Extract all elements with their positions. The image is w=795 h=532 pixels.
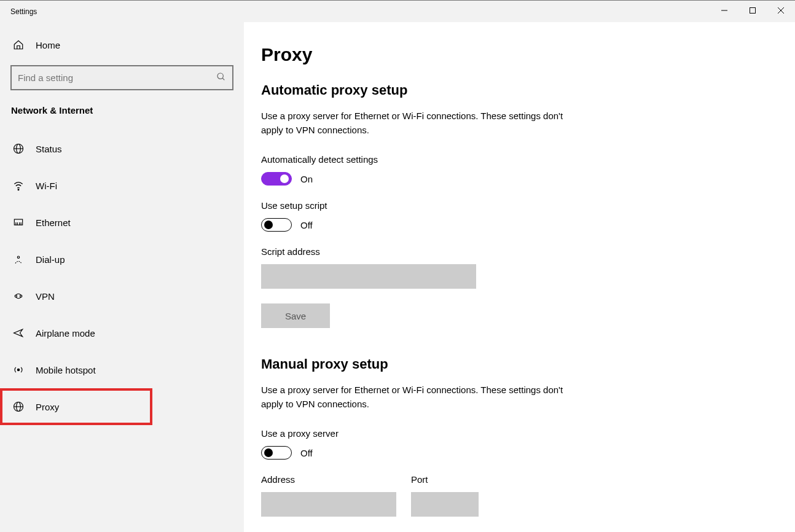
sidebar: Home Network & Internet Status Wi-Fi	[0, 22, 244, 532]
page-title: Proxy	[261, 44, 778, 65]
port-input[interactable]	[411, 492, 479, 517]
vpn-icon	[11, 290, 26, 302]
use-script-state: Off	[300, 220, 313, 230]
home-icon	[11, 39, 26, 50]
use-proxy-toggle[interactable]	[261, 446, 292, 460]
use-script-label: Use setup script	[261, 200, 778, 211]
category-title: Network & Internet	[0, 105, 244, 115]
auto-section-heading: Automatic proxy setup	[261, 82, 778, 98]
globe-icon	[11, 143, 26, 155]
dialup-icon	[11, 253, 26, 265]
auto-detect-state: On	[300, 174, 313, 184]
svg-point-18	[17, 369, 19, 370]
close-button[interactable]	[767, 1, 795, 20]
address-input[interactable]	[261, 492, 396, 517]
sidebar-item-label: VPN	[36, 291, 55, 302]
airplane-icon	[11, 327, 26, 339]
sidebar-item-hotspot[interactable]: Mobile hotspot	[0, 351, 244, 388]
search-box[interactable]	[10, 65, 233, 90]
minimize-button[interactable]	[710, 1, 738, 20]
main-content: Proxy Automatic proxy setup Use a proxy …	[244, 22, 795, 532]
sidebar-item-label: Airplane mode	[36, 328, 95, 338]
sidebar-item-vpn[interactable]: VPN	[0, 278, 244, 315]
use-proxy-state: Off	[300, 448, 313, 458]
home-label: Home	[36, 40, 60, 50]
ethernet-icon	[11, 216, 26, 229]
sidebar-item-label: Proxy	[36, 402, 59, 412]
globe-icon	[11, 401, 26, 413]
sidebar-item-status[interactable]: Status	[0, 130, 244, 167]
svg-point-4	[217, 73, 223, 79]
address-label: Address	[261, 474, 396, 485]
sidebar-item-label: Status	[36, 144, 62, 154]
search-input[interactable]	[18, 72, 216, 83]
sidebar-item-label: Wi-Fi	[36, 181, 57, 191]
titlebar: Settings	[0, 0, 795, 22]
svg-point-15	[17, 256, 19, 258]
sidebar-item-airplane[interactable]: Airplane mode	[0, 315, 244, 351]
window-controls	[710, 1, 795, 20]
sidebar-item-label: Dial-up	[36, 254, 65, 265]
hotspot-icon	[11, 364, 26, 376]
manual-section-desc: Use a proxy server for Ethernet or Wi-Fi…	[261, 383, 587, 411]
save-button[interactable]: Save	[261, 303, 330, 328]
use-proxy-label: Use a proxy server	[261, 428, 778, 439]
svg-line-5	[222, 78, 224, 80]
svg-point-17	[20, 295, 22, 297]
maximize-button[interactable]	[738, 1, 767, 20]
auto-section-desc: Use a proxy server for Ethernet or Wi-Fi…	[261, 109, 587, 137]
sidebar-item-label: Mobile hotspot	[36, 365, 96, 375]
svg-point-9	[18, 189, 19, 190]
script-address-input[interactable]	[261, 264, 476, 289]
home-link[interactable]: Home	[0, 39, 244, 50]
sidebar-item-ethernet[interactable]: Ethernet	[0, 204, 244, 241]
svg-rect-1	[750, 8, 756, 14]
search-icon	[216, 72, 226, 84]
auto-detect-label: Automatically detect settings	[261, 154, 778, 165]
auto-detect-toggle[interactable]	[261, 172, 292, 186]
port-label: Port	[411, 474, 479, 485]
manual-section-heading: Manual proxy setup	[261, 356, 778, 372]
wifi-icon	[11, 179, 26, 192]
sidebar-item-wifi[interactable]: Wi-Fi	[0, 167, 244, 204]
script-address-label: Script address	[261, 246, 778, 257]
window-title: Settings	[10, 7, 37, 16]
sidebar-item-label: Ethernet	[36, 217, 71, 228]
use-script-toggle[interactable]	[261, 218, 292, 232]
sidebar-item-proxy[interactable]: Proxy	[0, 388, 152, 425]
svg-point-16	[15, 295, 17, 297]
sidebar-item-dialup[interactable]: Dial-up	[0, 241, 244, 278]
